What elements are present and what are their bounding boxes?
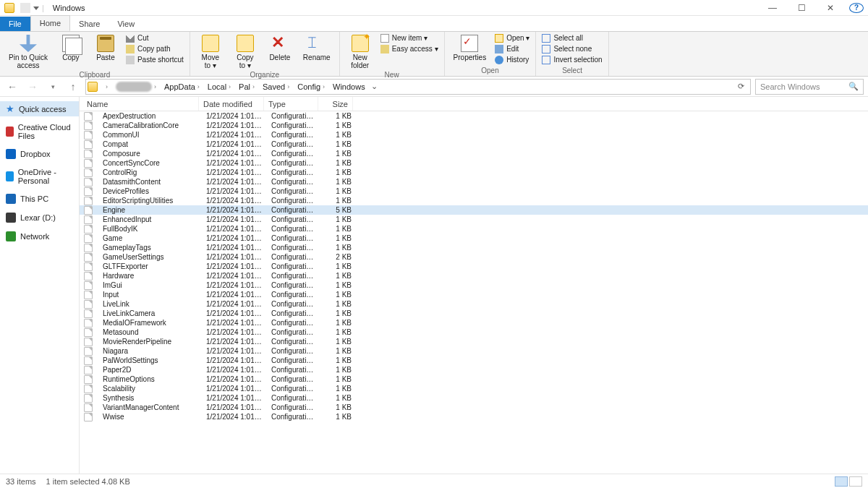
file-row[interactable]: ApexDestruction1/21/2024 1:01 PMConfigur… bbox=[80, 111, 868, 121]
new-item-button[interactable]: New item ▾ bbox=[380, 33, 438, 43]
properties-button[interactable]: Properties bbox=[451, 33, 490, 63]
file-row[interactable]: Paper2D1/21/2024 1:01 PMConfiguration se… bbox=[80, 365, 868, 374]
file-type: Configuration sett... bbox=[267, 281, 321, 289]
file-row[interactable]: MediaIOFramework1/21/2024 1:01 PMConfigu… bbox=[80, 318, 868, 328]
file-row[interactable]: CameraCalibrationCore1/21/2024 1:01 PMCo… bbox=[80, 121, 868, 130]
file-row[interactable]: Composure1/21/2024 1:01 PMConfiguration … bbox=[80, 149, 868, 158]
file-row[interactable]: RuntimeOptions1/21/2024 1:01 PMConfigura… bbox=[80, 374, 868, 384]
sidebar-network[interactable]: Network bbox=[0, 229, 79, 244]
move-to-button[interactable]: Move to ▾ bbox=[196, 33, 225, 71]
history-button[interactable]: History bbox=[495, 55, 529, 64]
file-size: 1 KB bbox=[321, 178, 356, 186]
column-name[interactable]: Name bbox=[80, 97, 199, 111]
file-row[interactable]: LiveLinkCamera1/21/2024 1:01 PMConfigura… bbox=[80, 309, 868, 318]
tab-home[interactable]: Home bbox=[30, 15, 70, 31]
select-all-button[interactable]: Select all bbox=[542, 33, 602, 43]
tab-view[interactable]: View bbox=[109, 17, 143, 31]
view-large-icons-button[interactable] bbox=[849, 476, 862, 487]
column-date[interactable]: Date modified bbox=[199, 97, 264, 111]
sidebar-quick-access[interactable]: ★Quick access bbox=[0, 101, 79, 116]
new-folder-button[interactable]: New folder bbox=[346, 33, 375, 71]
tab-file[interactable]: File bbox=[0, 17, 30, 31]
breadcrumb-local[interactable]: Local› bbox=[205, 82, 236, 91]
file-row[interactable]: ConcertSyncCore1/21/2024 1:01 PMConfigur… bbox=[80, 158, 868, 168]
sidebar-creative-cloud[interactable]: Creative Cloud Files bbox=[0, 121, 79, 142]
close-button[interactable]: ✕ bbox=[816, 0, 845, 16]
edit-button[interactable]: Edit bbox=[495, 44, 529, 53]
qat-dropdown-icon[interactable] bbox=[33, 7, 39, 10]
copy-path-button[interactable]: Copy path bbox=[126, 44, 184, 53]
refresh-icon[interactable]: ⟳ bbox=[733, 82, 749, 91]
file-row[interactable]: LiveLink1/21/2024 1:01 PMConfiguration s… bbox=[80, 299, 868, 309]
file-row[interactable]: ImGui1/21/2024 1:01 PMConfiguration sett… bbox=[80, 281, 868, 290]
file-row[interactable]: PalWorldSettings1/21/2024 1:01 PMConfigu… bbox=[80, 356, 868, 365]
address-dropdown-icon[interactable]: ⌄ bbox=[368, 82, 380, 91]
copy-to-button[interactable]: Copy to ▾ bbox=[231, 33, 260, 71]
file-row[interactable]: Game1/21/2024 1:01 PMConfiguration sett.… bbox=[80, 234, 868, 243]
file-row[interactable]: DeviceProfiles1/21/2024 1:01 PMConfigura… bbox=[80, 187, 868, 196]
file-size: 1 KB bbox=[321, 168, 356, 176]
file-row[interactable]: DatasmithContent1/21/2024 1:01 PMConfigu… bbox=[80, 177, 868, 187]
file-row[interactable]: Input1/21/2024 1:01 PMConfiguration sett… bbox=[80, 290, 868, 299]
file-type: Configuration sett... bbox=[267, 413, 321, 421]
select-none-icon bbox=[542, 45, 550, 53]
breadcrumb-pal[interactable]: Pal› bbox=[236, 82, 260, 91]
back-button[interactable]: ← bbox=[4, 79, 20, 95]
search-input[interactable]: Search Windows 🔍 bbox=[755, 79, 864, 95]
rename-button[interactable]: ⌶Rename bbox=[300, 33, 333, 63]
view-details-button[interactable] bbox=[835, 476, 848, 487]
file-row[interactable]: CommonUI1/21/2024 1:01 PMConfiguration s… bbox=[80, 130, 868, 140]
column-type[interactable]: Type bbox=[264, 97, 318, 111]
file-row[interactable]: Synthesis1/21/2024 1:01 PMConfiguration … bbox=[80, 393, 868, 403]
paste-shortcut-button[interactable]: Paste shortcut bbox=[126, 55, 184, 64]
file-row[interactable]: EnhancedInput1/21/2024 1:01 PMConfigurat… bbox=[80, 215, 868, 224]
file-row[interactable]: Niagara1/21/2024 1:01 PMConfiguration se… bbox=[80, 346, 868, 356]
up-button[interactable]: ↑ bbox=[65, 79, 81, 95]
breadcrumb-windows[interactable]: Windows bbox=[330, 82, 368, 91]
file-row[interactable]: Compat1/21/2024 1:01 PMConfiguration set… bbox=[80, 140, 868, 149]
easy-access-button[interactable]: Easy access ▾ bbox=[380, 44, 438, 53]
file-row[interactable]: Wwise1/21/2024 1:01 PMConfiguration sett… bbox=[80, 412, 868, 421]
open-button[interactable]: Open ▾ bbox=[495, 33, 529, 43]
file-date: 1/21/2024 1:01 PM bbox=[202, 187, 267, 195]
file-row[interactable]: Metasound1/21/2024 1:01 PMConfiguration … bbox=[80, 328, 868, 337]
sidebar-this-pc[interactable]: This PC bbox=[0, 192, 79, 206]
file-row[interactable]: GLTFExporter1/21/2024 1:01 PMConfigurati… bbox=[80, 262, 868, 271]
file-row[interactable]: VariantManagerContent1/21/2024 1:01 PMCo… bbox=[80, 403, 868, 412]
cut-button[interactable]: Cut bbox=[126, 33, 184, 43]
file-date: 1/21/2024 1:01 PM bbox=[202, 206, 267, 214]
address-bar[interactable]: › › AppData› Local› Pal› Saved› Config› … bbox=[85, 79, 751, 95]
sidebar-dropbox[interactable]: Dropbox bbox=[0, 147, 79, 161]
file-row[interactable]: GameplayTags1/21/2024 1:01 PMConfigurati… bbox=[80, 243, 868, 252]
pin-to-quick-access-button[interactable]: Pin to Quick access bbox=[6, 33, 51, 71]
column-headers: Name Date modified Type Size bbox=[80, 97, 868, 111]
file-type: Configuration sett... bbox=[267, 309, 321, 317]
column-size[interactable]: Size bbox=[318, 97, 353, 111]
sidebar-onedrive[interactable]: OneDrive - Personal bbox=[0, 166, 79, 187]
help-icon[interactable]: ? bbox=[849, 3, 864, 13]
file-row[interactable]: Scalability1/21/2024 1:01 PMConfiguratio… bbox=[80, 384, 868, 393]
minimize-button[interactable]: — bbox=[758, 0, 787, 16]
file-row[interactable]: Hardware1/21/2024 1:01 PMConfiguration s… bbox=[80, 271, 868, 281]
tab-share[interactable]: Share bbox=[70, 17, 109, 31]
select-none-button[interactable]: Select none bbox=[542, 44, 602, 53]
invert-selection-button[interactable]: Invert selection bbox=[542, 55, 602, 64]
file-row[interactable]: EditorScriptingUtilities1/21/2024 1:01 P… bbox=[80, 196, 868, 205]
file-row[interactable]: ControlRig1/21/2024 1:01 PMConfiguration… bbox=[80, 168, 868, 177]
maximize-button[interactable]: ☐ bbox=[787, 0, 816, 16]
breadcrumb-appdata[interactable]: AppData› bbox=[161, 82, 205, 91]
file-row[interactable]: Engine1/21/2024 1:01 PMConfiguration set… bbox=[80, 205, 868, 215]
recent-locations-button[interactable]: ▾ bbox=[45, 79, 61, 95]
breadcrumb-config[interactable]: Config› bbox=[294, 82, 330, 91]
paste-button[interactable]: Paste bbox=[91, 33, 120, 63]
breadcrumb-user[interactable] bbox=[116, 82, 152, 92]
breadcrumb-saved[interactable]: Saved› bbox=[260, 82, 294, 91]
file-row[interactable]: MovieRenderPipeline1/21/2024 1:01 PMConf… bbox=[80, 337, 868, 346]
qat-icon[interactable] bbox=[20, 3, 30, 13]
file-row[interactable]: FullBodyIK1/21/2024 1:01 PMConfiguration… bbox=[80, 224, 868, 234]
delete-button[interactable]: ✕Delete bbox=[265, 33, 294, 63]
file-row[interactable]: GameUserSettings1/21/2024 1:01 PMConfigu… bbox=[80, 252, 868, 262]
sidebar-lexar[interactable]: Lexar (D:) bbox=[0, 210, 79, 225]
forward-button[interactable]: → bbox=[25, 79, 41, 95]
copy-button[interactable]: Copy bbox=[56, 33, 85, 63]
